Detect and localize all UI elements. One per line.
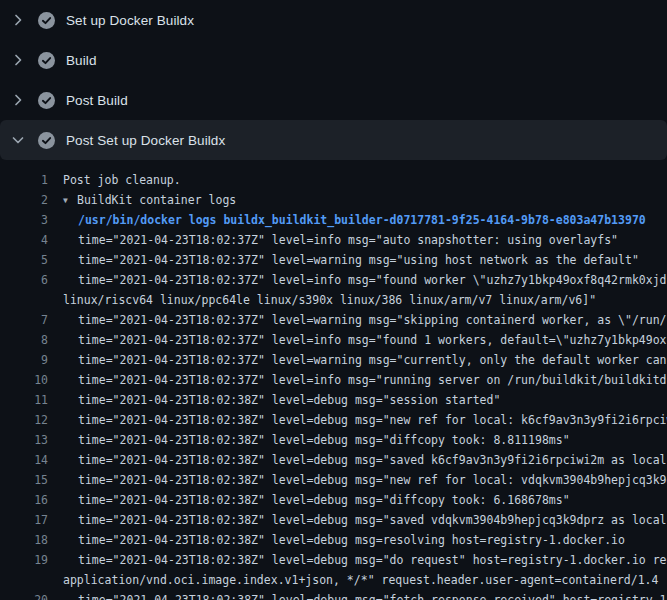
log-line: 3/usr/bin/docker logs buildx_buildkit_bu…	[0, 210, 667, 230]
log-line: 13time="2021-04-23T18:02:38Z" level=debu…	[0, 430, 667, 450]
log-line: 17time="2021-04-23T18:02:38Z" level=debu…	[0, 510, 667, 530]
log-text: time="2021-04-23T18:02:38Z" level=debug …	[48, 450, 667, 470]
line-number[interactable]: 1	[0, 170, 48, 190]
log-text: time="2021-04-23T18:02:38Z" level=debug …	[48, 490, 570, 510]
log-line: 8time="2021-04-23T18:02:37Z" level=info …	[0, 330, 667, 350]
check-circle-icon	[38, 12, 55, 29]
log-line: 16time="2021-04-23T18:02:38Z" level=debu…	[0, 490, 667, 510]
log-line: 14time="2021-04-23T18:02:38Z" level=debu…	[0, 450, 667, 470]
log-text: time="2021-04-23T18:02:38Z" level=debug …	[48, 410, 667, 430]
check-circle-icon	[38, 52, 55, 69]
log-text: time="2021-04-23T18:02:37Z" level=info m…	[48, 230, 618, 250]
group-collapse-toggle-icon[interactable]: ▼	[63, 191, 77, 210]
log-line: 10time="2021-04-23T18:02:37Z" level=info…	[0, 370, 667, 390]
log-group-title: BuildKit container logs	[77, 193, 236, 207]
step-label: Set up Docker Buildx	[66, 13, 194, 28]
step-label: Post Build	[66, 93, 128, 108]
log-line: 15time="2021-04-23T18:02:38Z" level=debu…	[0, 470, 667, 490]
log-text: time="2021-04-23T18:02:38Z" level=debug …	[48, 550, 667, 570]
line-number[interactable]: 12	[0, 410, 48, 430]
log-text: application/vnd.oci.image.index.v1+json,…	[48, 570, 658, 590]
log-text: linux/riscv64 linux/ppc64le linux/s390x …	[48, 290, 596, 310]
log-text: time="2021-04-23T18:02:37Z" level=warnin…	[48, 310, 667, 330]
workflow-log-viewer: Set up Docker BuildxBuildPost BuildPost …	[0, 0, 667, 600]
log-line: 19time="2021-04-23T18:02:38Z" level=debu…	[0, 550, 667, 570]
log-text: time="2021-04-23T18:02:37Z" level=info m…	[48, 370, 667, 390]
log-line-wrap: application/vnd.oci.image.index.v1+json,…	[0, 570, 667, 590]
line-number[interactable]: 14	[0, 450, 48, 470]
chevron-down-icon	[10, 132, 26, 148]
log-line: 12time="2021-04-23T18:02:38Z" level=debu…	[0, 410, 667, 430]
log-text: time="2021-04-23T18:02:38Z" level=debug …	[48, 510, 667, 530]
line-number[interactable]: 8	[0, 330, 48, 350]
line-number[interactable]: 4	[0, 230, 48, 250]
line-number[interactable]: 6	[0, 270, 48, 290]
step-label: Post Set up Docker Buildx	[66, 133, 225, 148]
step-row[interactable]: Post Set up Docker Buildx	[0, 120, 667, 160]
log-text: time="2021-04-23T18:02:38Z" level=debug …	[48, 430, 570, 450]
step-row[interactable]: Set up Docker Buildx	[0, 0, 667, 40]
log-text: time="2021-04-23T18:02:37Z" level=warnin…	[48, 250, 639, 270]
line-number	[0, 290, 48, 310]
log-line-wrap: linux/riscv64 linux/ppc64le linux/s390x …	[0, 290, 667, 310]
log-line: 20time="2021-04-23T18:02:38Z" level=debu…	[0, 590, 667, 600]
log-line: 11time="2021-04-23T18:02:38Z" level=debu…	[0, 390, 667, 410]
log-line: 5time="2021-04-23T18:02:37Z" level=warni…	[0, 250, 667, 270]
log-line: 4time="2021-04-23T18:02:37Z" level=info …	[0, 230, 667, 250]
log-text: time="2021-04-23T18:02:38Z" level=debug …	[48, 590, 667, 600]
step-row[interactable]: Build	[0, 40, 667, 80]
log-text: time="2021-04-23T18:02:37Z" level=info m…	[48, 270, 667, 290]
step-row[interactable]: Post Build	[0, 80, 667, 120]
log-command-text: /usr/bin/docker logs buildx_buildkit_bui…	[48, 210, 646, 230]
log-line: 9time="2021-04-23T18:02:37Z" level=warni…	[0, 350, 667, 370]
step-label: Build	[66, 53, 97, 68]
log-group-header[interactable]: ▼BuildKit container logs	[48, 190, 236, 210]
log-text: time="2021-04-23T18:02:38Z" level=debug …	[48, 530, 625, 550]
log-line: 18time="2021-04-23T18:02:38Z" level=debu…	[0, 530, 667, 550]
line-number[interactable]: 3	[0, 210, 48, 230]
chevron-right-icon	[10, 52, 26, 68]
line-number[interactable]: 5	[0, 250, 48, 270]
line-number	[0, 570, 48, 590]
log-line: 6time="2021-04-23T18:02:37Z" level=info …	[0, 270, 667, 290]
chevron-right-icon	[10, 92, 26, 108]
line-number[interactable]: 11	[0, 390, 48, 410]
line-number[interactable]: 17	[0, 510, 48, 530]
line-number[interactable]: 2	[0, 190, 48, 210]
log-container: 1Post job cleanup.2▼BuildKit container l…	[0, 160, 667, 600]
log-text: time="2021-04-23T18:02:37Z" level=warnin…	[48, 350, 667, 370]
line-number[interactable]: 15	[0, 470, 48, 490]
log-line: 7time="2021-04-23T18:02:37Z" level=warni…	[0, 310, 667, 330]
line-number[interactable]: 19	[0, 550, 48, 570]
line-number[interactable]: 10	[0, 370, 48, 390]
log-text: time="2021-04-23T18:02:38Z" level=debug …	[48, 470, 667, 490]
line-number[interactable]: 18	[0, 530, 48, 550]
line-number[interactable]: 20	[0, 590, 48, 600]
chevron-right-icon	[10, 12, 26, 28]
line-number[interactable]: 9	[0, 350, 48, 370]
line-number[interactable]: 16	[0, 490, 48, 510]
line-number[interactable]: 7	[0, 310, 48, 330]
steps-list: Set up Docker BuildxBuildPost BuildPost …	[0, 0, 667, 160]
line-number[interactable]: 13	[0, 430, 48, 450]
log-text: Post job cleanup.	[48, 170, 181, 190]
check-circle-icon	[38, 92, 55, 109]
log-text: time="2021-04-23T18:02:37Z" level=info m…	[48, 330, 667, 350]
log-line: 2▼BuildKit container logs	[0, 190, 667, 210]
log-line: 1Post job cleanup.	[0, 170, 667, 190]
check-circle-icon	[38, 132, 55, 149]
log-text: time="2021-04-23T18:02:38Z" level=debug …	[48, 390, 500, 410]
